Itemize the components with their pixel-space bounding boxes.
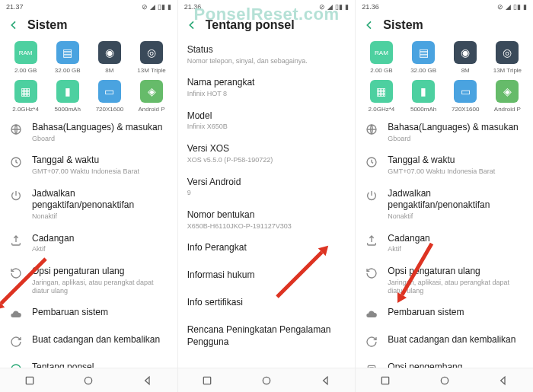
display-icon: ▭ xyxy=(98,80,121,103)
list-item[interactable]: Versi Android 9 xyxy=(178,171,356,203)
list-item-subtitle: Jaringan, aplikasi, atau perangkat dapat… xyxy=(388,279,524,295)
nav-back-button[interactable] xyxy=(496,373,511,388)
nav-recent-button[interactable] xyxy=(22,373,37,388)
list-item[interactable]: Pembaruan sistem xyxy=(0,301,177,328)
spec-item[interactable]: ▮ 5000mAh xyxy=(49,80,87,113)
clock-icon xyxy=(365,155,378,169)
list-item[interactable]: Buat cadangan dan kembalikan xyxy=(0,328,177,355)
list-item-title: Rencana Peningkatan Pengalaman Pengguna xyxy=(187,324,346,348)
spec-item[interactable]: ▮ 5000mAh xyxy=(404,80,442,113)
spec-item[interactable]: ◎ 13M Triple xyxy=(132,41,171,74)
spec-item[interactable]: ▭ 720X1600 xyxy=(91,80,129,113)
list-item[interactable]: Versi XOS XOS v5.5.0 (P-P58-190722) xyxy=(178,137,356,170)
page-header: Sistem xyxy=(356,14,533,38)
list-item-subtitle: Nonaktif xyxy=(388,212,524,221)
list-item[interactable]: Nama perangkat Infinix HOT 8 xyxy=(178,71,356,104)
list-item[interactable]: Nomor bentukan X650B-H6110JKO-P-191127V3… xyxy=(178,203,356,236)
list-item-subtitle: GMT+07.00 Waktu Indonesia Barat xyxy=(388,167,524,176)
list-item[interactable]: Info sertifikasi xyxy=(178,291,356,318)
nav-back-button[interactable] xyxy=(140,373,155,388)
spec-item[interactable]: ▤ 32.00 GB xyxy=(49,41,87,74)
status-time: 21.37 xyxy=(6,3,24,11)
nav-back-button[interactable] xyxy=(318,373,334,388)
list-item[interactable]: Cadangan Aktif xyxy=(356,227,533,260)
spec-label: 5000mAh xyxy=(55,106,81,113)
ram-icon: RAM xyxy=(14,41,37,64)
cloud-icon xyxy=(9,308,23,321)
list-item-title: Status xyxy=(187,44,346,56)
battery-icon: ▮ xyxy=(523,3,527,11)
list-item[interactable]: Tanggal & waktu GMT+07.00 Waktu Indonesi… xyxy=(356,148,533,181)
list-item[interactable]: Opsi pengembang xyxy=(356,355,533,368)
svg-rect-3 xyxy=(26,377,33,384)
spec-label: 5000mAh xyxy=(410,106,436,113)
spec-item[interactable]: RAM 2.00 GB xyxy=(362,41,401,74)
nav-home-button[interactable] xyxy=(81,373,96,388)
list-item[interactable]: Tentang ponsel Infinix X650B xyxy=(0,355,177,368)
list-item[interactable]: Status Nomor telepon, sinyal, dan sebaga… xyxy=(178,38,356,71)
list-item[interactable]: Tanggal & waktu GMT+07.00 Waktu Indonesi… xyxy=(0,148,177,181)
spec-label: 8M xyxy=(461,67,470,74)
back-button[interactable] xyxy=(363,19,375,31)
spec-item[interactable]: ▤ 32.00 GB xyxy=(404,41,442,74)
spec-item[interactable]: ▦ 2.0GHz*4 xyxy=(7,80,45,113)
list-item-title: Pembaruan sistem xyxy=(32,307,168,319)
list-item[interactable]: Opsi pengaturan ulang Jaringan, aplikasi… xyxy=(0,260,177,301)
svg-point-17 xyxy=(441,377,448,384)
back-button[interactable] xyxy=(8,19,20,31)
spec-label: 720X1600 xyxy=(96,106,123,113)
nav-bar xyxy=(0,368,177,392)
list-item-subtitle: Gboard xyxy=(388,135,524,143)
list-item[interactable]: Rencana Peningkatan Pengalaman Pengguna xyxy=(178,318,356,354)
spec-item[interactable]: ◉ 8M xyxy=(446,41,484,74)
storage-icon: ▤ xyxy=(412,41,435,64)
spec-label: Android P xyxy=(138,106,164,113)
phone-screen-1: 21.37 ⊘ ◢ ▯▮ ▮ Sistem RAM 2.00 GB ▤ 32.0… xyxy=(0,0,178,392)
list-item[interactable]: Pembaruan sistem xyxy=(356,301,533,328)
list-item-title: Nama perangkat xyxy=(187,77,346,89)
globe-icon xyxy=(9,123,23,136)
nav-recent-button[interactable] xyxy=(378,373,393,388)
ram-icon: RAM xyxy=(370,41,393,64)
backup-icon xyxy=(365,234,378,247)
list-item[interactable]: Cadangan Aktif xyxy=(0,227,177,260)
list-item-title: Nomor bentukan xyxy=(187,209,346,221)
spec-item[interactable]: ◈ Android P xyxy=(488,80,526,113)
spec-item[interactable]: RAM 2.00 GB xyxy=(7,41,45,74)
nav-home-button[interactable] xyxy=(259,373,274,388)
status-bar: 21.36 ⊘ ◢ ▯▮ ▮ xyxy=(356,0,533,14)
storage-icon: ▤ xyxy=(56,41,79,64)
list-item[interactable]: Info Perangkat xyxy=(178,236,356,263)
list-item-title: Opsi pengaturan ulang xyxy=(32,266,168,278)
list-item-subtitle: X650B-H6110JKO-P-191127V303 xyxy=(187,222,346,231)
spec-item[interactable]: ▦ 2.0GHz*4 xyxy=(362,80,401,113)
spec-label: 720X1600 xyxy=(452,106,479,113)
list-item[interactable]: Model Infinix X650B xyxy=(178,104,356,137)
list-item[interactable]: Bahasa(Languages) & masukan Gboard xyxy=(356,116,533,148)
spec-item[interactable]: ▭ 720X1600 xyxy=(446,80,484,113)
spec-label: 2.0GHz*4 xyxy=(12,106,39,113)
phone-screen-3: 21.36 ⊘ ◢ ▯▮ ▮ Sistem RAM 2.00 GB ▤ 32.0… xyxy=(356,0,533,392)
watermark-text: PonselReset.com xyxy=(194,5,340,24)
spec-item[interactable]: ◎ 13M Triple xyxy=(488,41,526,74)
list-item-subtitle: GMT+07.00 Waktu Indonesia Barat xyxy=(32,167,168,176)
nav-recent-button[interactable] xyxy=(199,373,215,388)
svg-rect-16 xyxy=(381,377,388,384)
list-item[interactable]: Opsi pengaturan ulang Jaringan, aplikasi… xyxy=(356,260,533,301)
list-item[interactable]: Bahasa(Languages) & masukan Gboard xyxy=(0,116,177,148)
spec-label: 8M xyxy=(105,67,113,74)
spec-item[interactable]: ◈ Android P xyxy=(132,80,171,113)
list-item-subtitle: Aktif xyxy=(388,245,524,253)
list-item[interactable]: Buat cadangan dan kembalikan xyxy=(356,328,533,355)
spec-item[interactable]: ◉ 8M xyxy=(91,41,129,74)
android-icon: ◈ xyxy=(496,80,519,103)
list-item[interactable]: Informasi hukum xyxy=(178,263,356,291)
list-item-title: Pembaruan sistem xyxy=(388,307,524,319)
spec-label: 32.00 GB xyxy=(55,67,81,74)
list-item-title: Bahasa(Languages) & masukan xyxy=(32,122,168,134)
list-item[interactable]: Jadwalkan pengaktifan/penonaktifan Nonak… xyxy=(356,182,533,227)
list-item[interactable]: Jadwalkan pengaktifan/penonaktifan Nonak… xyxy=(0,182,177,227)
cloud-icon xyxy=(365,308,378,321)
nav-home-button[interactable] xyxy=(437,373,452,388)
camera-front-icon: ◉ xyxy=(454,41,477,64)
